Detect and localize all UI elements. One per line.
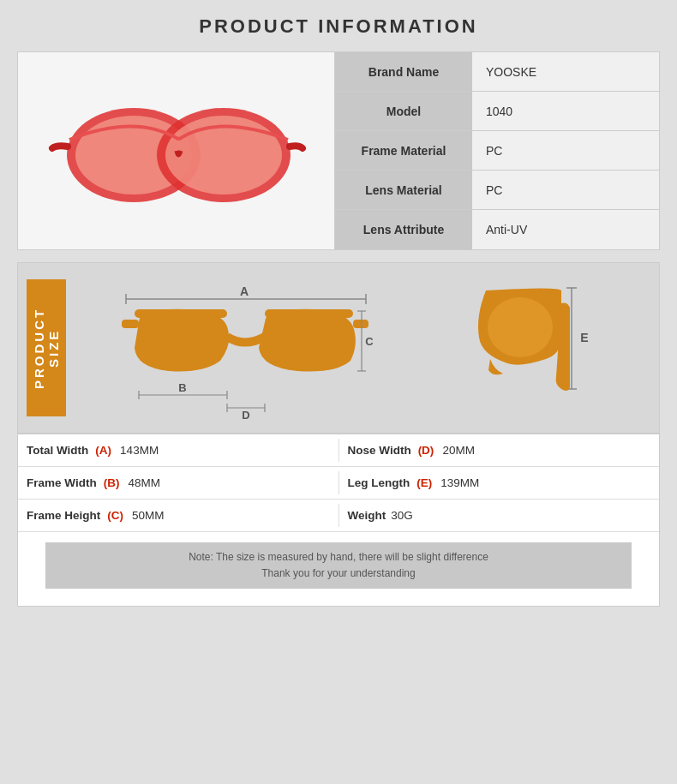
spec-value-brand: YOOSKE [472,52,659,91]
meas-letter-c: (C) [107,509,123,522]
meas-value-weight: 30G [391,509,413,522]
meas-name-total-width: Total Width [27,444,88,457]
spec-value-frame-material: PC [472,131,659,170]
spec-label-frame-material: Frame Material [335,131,472,170]
spec-row-frame-material: Frame Material PC [335,131,659,171]
svg-text:A: A [239,284,248,298]
note-container: Note: The size is measured by hand, ther… [18,532,659,606]
meas-letter-d: (D) [418,444,434,457]
meas-row-3: Frame Height (C) 50MM Weight 30G [18,500,659,532]
meas-value-leg-length: 139MM [440,476,479,489]
size-diagram-section: PRODUCT SIZE A [17,262,660,434]
spec-value-lens-attribute: Anti-UV [472,210,659,249]
spec-row-model: Model 1040 [335,92,659,131]
product-top-section: Brand Name YOOSKE Model 1040 Frame Mater… [17,51,660,250]
meas-row-2: Frame Width (B) 48MM Leg Length (E) 139M… [18,467,659,500]
side-view-svg: E [460,278,606,419]
svg-rect-8 [135,309,227,318]
spec-label-lens-attribute: Lens Attribute [335,210,472,249]
svg-text:D: D [242,409,249,421]
meas-cell-frame-width: Frame Width (B) 48MM [18,471,339,494]
spec-value-model: 1040 [472,92,659,130]
spec-row-lens-attribute: Lens Attribute Anti-UV [335,210,659,249]
product-image [44,78,309,224]
product-size-label: PRODUCT SIZE [27,279,66,416]
spec-row-brand: Brand Name YOOSKE [335,52,659,92]
meas-cell-frame-height: Frame Height (C) 50MM [18,504,339,527]
product-image-box [18,52,335,249]
meas-name-leg-length: Leg Length [348,476,410,489]
note-box: Note: The size is measured by hand, ther… [45,542,632,589]
spec-value-lens-material: PC [472,171,659,209]
meas-value-frame-height: 50MM [132,509,165,522]
front-view-svg: A [117,275,374,421]
meas-letter-e: (E) [416,476,432,489]
meas-letter-a: (A) [95,444,111,457]
meas-name-nose-width: Nose Width [348,444,411,457]
page-title: PRODUCT INFORMATION [199,15,477,38]
specs-table: Brand Name YOOSKE Model 1040 Frame Mater… [335,52,659,249]
meas-cell-total-width: Total Width (A) 143MM [18,439,339,462]
meas-value-total-width: 143MM [120,444,159,457]
svg-text:C: C [365,335,374,348]
svg-point-28 [488,297,553,357]
meas-name-weight: Weight [348,509,386,522]
meas-cell-weight: Weight 30G [339,504,660,527]
front-view-diagram: A [117,275,374,421]
svg-rect-10 [122,320,139,328]
meas-cell-leg-length: Leg Length (E) 139MM [339,471,660,494]
size-diagram: A [76,275,650,421]
spec-label-brand: Brand Name [335,52,472,91]
spec-label-lens-material: Lens Material [335,171,472,209]
meas-row-1: Total Width (A) 143MM Nose Width (D) 20M… [18,434,659,467]
spec-row-lens-material: Lens Material PC [335,171,659,210]
note-line1: Note: The size is measured by hand, ther… [59,549,618,566]
svg-rect-11 [353,320,368,328]
product-info-page: PRODUCT INFORMATION [0,0,677,784]
spec-label-model: Model [335,92,472,130]
meas-value-nose-width: 20MM [442,444,475,457]
meas-letter-b: (B) [104,476,120,489]
meas-value-frame-width: 48MM [128,476,160,489]
meas-cell-nose-width: Nose Width (D) 20MM [339,439,660,462]
svg-text:B: B [178,381,186,394]
note-line2: Thank you for your understanding [59,566,618,582]
meas-name-frame-width: Frame Width [27,476,97,489]
meas-name-frame-height: Frame Height [27,509,100,522]
side-view-diagram: E [456,279,610,416]
svg-rect-9 [265,309,353,318]
measurements-section: Total Width (A) 143MM Nose Width (D) 20M… [17,434,660,607]
svg-text:E: E [580,331,588,344]
